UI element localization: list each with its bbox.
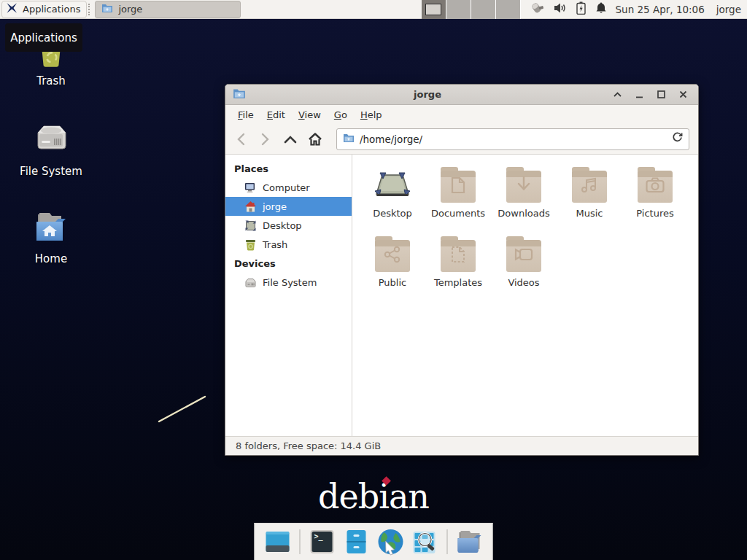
desktop-icon-home[interactable]: Home (11, 210, 91, 265)
web-browser-icon[interactable] (377, 528, 405, 556)
window-title: jorge (252, 89, 603, 100)
folder-item-music[interactable]: Music (557, 165, 622, 234)
desktop-special-icon (372, 165, 413, 204)
workspace-4[interactable] (496, 0, 521, 19)
hard-drive-icon (32, 122, 70, 160)
mouse-device-icon[interactable] (530, 1, 544, 18)
folder-label: Music (576, 208, 603, 219)
taskbar-window-button[interactable]: jorge (95, 1, 241, 18)
debian-wallpaper-logo: debian (318, 480, 429, 513)
menubar: File Edit View Go Help (225, 105, 698, 124)
sidebar-item-label: Trash (263, 239, 287, 250)
workspace-2[interactable] (446, 0, 471, 19)
template-glyph-icon (451, 246, 465, 266)
share-glyph-icon (384, 246, 401, 266)
shade-button[interactable] (609, 88, 625, 102)
desktop-icon-label: Trash (36, 74, 66, 88)
sidebar-item-label: Computer (263, 182, 310, 193)
up-button[interactable] (279, 128, 301, 150)
back-button[interactable] (230, 128, 252, 150)
sidebar-item-computer[interactable]: Computer (225, 178, 352, 197)
panel-handle (88, 4, 93, 15)
applications-tooltip-text: Applications (10, 31, 77, 44)
folder-label: Documents (431, 208, 485, 219)
toolbar: /home/jorge/ (225, 124, 698, 155)
applications-menu-button[interactable]: Applications (1, 1, 87, 18)
menu-go[interactable]: Go (328, 106, 354, 123)
folder-item-desktop[interactable]: Desktop (360, 165, 425, 234)
camera-glyph-icon (646, 177, 665, 196)
pictures-folder-icon (635, 165, 676, 204)
folder-icon (101, 2, 113, 16)
folder-label: Templates (434, 277, 482, 288)
panel-user-label[interactable]: jorge (716, 4, 741, 15)
location-bar[interactable]: /home/jorge/ (336, 128, 689, 150)
taskbar-window-label: jorge (118, 4, 142, 15)
system-tray (530, 1, 607, 18)
window-body: Places Computer jorge Desktop (225, 155, 698, 436)
folder-item-documents[interactable]: Documents (425, 165, 491, 234)
sidebar: Places Computer jorge Desktop (225, 155, 352, 436)
maximize-button[interactable] (653, 88, 669, 102)
icon-grid: Desktop Documents (360, 165, 698, 303)
folder-item-templates[interactable]: Templates (425, 234, 491, 303)
drive-mini-icon (244, 276, 257, 289)
path-input[interactable]: /home/jorge/ (360, 133, 667, 145)
folder-item-pictures[interactable]: Pictures (622, 165, 688, 234)
application-finder-icon[interactable] (411, 528, 439, 556)
menu-help[interactable]: Help (354, 106, 389, 123)
workspace-pager[interactable] (422, 0, 521, 19)
workspace-window-preview (425, 4, 441, 15)
sidebar-item-label: jorge (263, 201, 287, 212)
trash-mini-icon (244, 238, 257, 251)
notification-bell-icon[interactable] (595, 1, 607, 17)
menu-view[interactable]: View (292, 106, 328, 123)
applications-tooltip: Applications (5, 23, 82, 52)
folder-label: Downloads (498, 208, 549, 219)
folder-item-downloads[interactable]: Downloads (491, 165, 557, 234)
workspace-3[interactable] (471, 0, 496, 19)
document-glyph-icon (451, 176, 465, 197)
top-panel: Applications jorge Sun 25 Apr, 10:06 jor… (0, 0, 747, 19)
close-button[interactable] (675, 88, 691, 102)
sidebar-item-trash[interactable]: Trash (225, 235, 352, 254)
show-desktop-icon[interactable] (264, 528, 292, 556)
battery-charging-icon[interactable] (576, 1, 586, 18)
sidebar-item-filesystem[interactable]: File System (225, 273, 352, 292)
volume-icon[interactable] (554, 2, 567, 17)
sidebar-item-label: Desktop (263, 220, 302, 231)
applications-menu-label: Applications (23, 4, 80, 15)
titlebar[interactable]: jorge (225, 85, 698, 105)
folder-item-public[interactable]: Public (360, 234, 425, 303)
folder-label: Pictures (636, 208, 673, 219)
terminal-icon[interactable]: >_ (309, 528, 336, 556)
home-folder-icon (32, 210, 70, 248)
forward-button[interactable] (255, 128, 276, 150)
desktop-mini-icon (244, 219, 257, 232)
file-view[interactable]: Desktop Documents (352, 155, 698, 436)
sidebar-item-desktop[interactable]: Desktop (225, 216, 352, 235)
file-manager-icon[interactable] (343, 528, 371, 556)
debian-logo-text: debian (318, 477, 429, 516)
desktop-icon-label: File System (20, 165, 82, 178)
public-folder-icon (372, 234, 413, 273)
home-icon (244, 201, 257, 213)
reload-icon[interactable] (672, 132, 683, 146)
music-folder-icon (569, 165, 610, 204)
minimize-button[interactable] (631, 88, 647, 102)
computer-icon (244, 182, 257, 194)
path-folder-icon (343, 132, 355, 146)
music-notes-icon (581, 176, 598, 197)
documents-folder-icon (438, 165, 479, 204)
sidebar-item-jorge[interactable]: jorge (225, 197, 352, 216)
home-button[interactable] (304, 128, 326, 150)
directory-menu-icon[interactable] (456, 528, 484, 556)
workspace-1[interactable] (422, 0, 446, 19)
window-folder-icon (233, 88, 246, 102)
folder-item-videos[interactable]: Videos (491, 234, 557, 303)
menu-file[interactable]: File (231, 106, 260, 123)
menu-edit[interactable]: Edit (260, 106, 292, 123)
panel-clock[interactable]: Sun 25 Apr, 10:06 (616, 4, 705, 15)
desktop-icon-filesystem[interactable]: File System (11, 122, 91, 178)
folder-label: Desktop (373, 208, 412, 219)
